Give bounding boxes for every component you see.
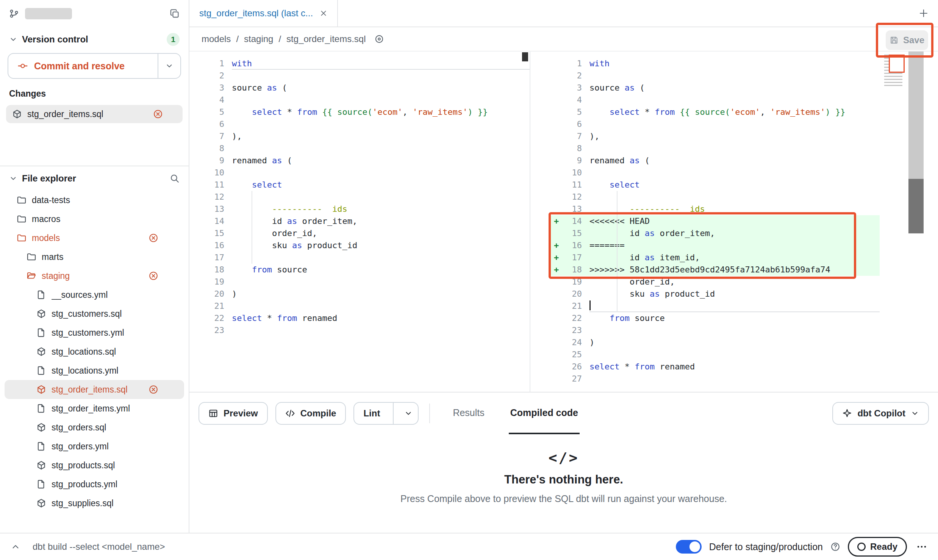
code-text: ) bbox=[589, 336, 880, 349]
main-row: Version control 1 Commit and resolve Cha… bbox=[0, 0, 938, 533]
file-item-data-tests[interactable]: data-tests bbox=[5, 191, 184, 210]
model-status-icon[interactable] bbox=[374, 34, 384, 44]
code-text bbox=[589, 167, 880, 179]
ready-status-button[interactable]: Ready bbox=[848, 537, 907, 557]
version-control-header[interactable]: Version control 1 bbox=[0, 27, 189, 52]
file-name: stg_order_items.yml bbox=[52, 404, 130, 414]
file-item-macros[interactable]: macros bbox=[5, 210, 184, 228]
tab-stg-order-items[interactable]: stg_order_items.sql (last c... bbox=[189, 0, 338, 27]
file-item-models[interactable]: models bbox=[5, 228, 184, 247]
breadcrumb-item-file[interactable]: stg_order_items.sql bbox=[286, 34, 366, 44]
line-number: 20 bbox=[189, 288, 232, 300]
file-item-marts[interactable]: marts bbox=[5, 247, 184, 266]
discard-changes-icon[interactable] bbox=[149, 271, 158, 281]
commit-and-resolve-main[interactable]: Commit and resolve bbox=[8, 54, 158, 78]
code-line-21: 21 bbox=[550, 300, 880, 312]
diff-added-marker bbox=[550, 118, 564, 130]
file-name: marts bbox=[42, 252, 64, 262]
expand-command-bar-icon[interactable] bbox=[11, 542, 20, 552]
discard-changes-icon[interactable] bbox=[149, 385, 158, 394]
lint-button[interactable]: Lint bbox=[353, 402, 419, 425]
file-name: models bbox=[32, 233, 60, 243]
empty-state-description: Press Compile above to preview the SQL d… bbox=[400, 493, 727, 504]
file-item-stg_locations.sql[interactable]: stg_locations.sql bbox=[5, 342, 184, 361]
diff-added-marker bbox=[550, 227, 564, 239]
code-text bbox=[232, 94, 530, 106]
defer-toggle[interactable] bbox=[676, 540, 702, 554]
line-number: 14 bbox=[189, 215, 232, 227]
code-text bbox=[589, 70, 880, 82]
code-line-18: 18 from source bbox=[189, 264, 530, 276]
file-item-staging[interactable]: staging bbox=[5, 266, 184, 285]
code-text: from source bbox=[589, 312, 880, 324]
file-item-stg_customers.sql[interactable]: stg_customers.sql bbox=[5, 304, 184, 323]
model-icon bbox=[36, 498, 46, 508]
tab-compiled-code[interactable]: Compiled code bbox=[509, 393, 580, 434]
line-number: 1 bbox=[189, 58, 232, 70]
changed-file-stg_order_items.sql[interactable]: stg_order_items.sql bbox=[6, 105, 183, 123]
diff-added-marker bbox=[550, 58, 564, 70]
code-line-9: 9renamed as ( bbox=[189, 155, 530, 167]
code-lines-modified: 1with23source as (45 select * from {{ so… bbox=[550, 58, 938, 385]
defer-label: Defer to staging/production bbox=[709, 541, 823, 552]
save-button[interactable]: Save bbox=[886, 30, 928, 50]
editor-pane-modified[interactable]: 1with23source as (45 select * from {{ so… bbox=[530, 52, 938, 392]
editor-scrollbar-thumb[interactable] bbox=[908, 179, 924, 233]
file-explorer-header[interactable]: File explorer bbox=[0, 166, 189, 191]
changes-title: Changes bbox=[9, 89, 180, 99]
editor-scrollbar-thumb[interactable] bbox=[522, 52, 528, 61]
minimap[interactable] bbox=[883, 53, 905, 99]
diff-added-marker bbox=[550, 130, 564, 142]
code-text bbox=[589, 349, 880, 361]
file-item-stg_customers.yml[interactable]: stg_customers.yml bbox=[5, 323, 184, 342]
search-icon[interactable] bbox=[170, 174, 180, 183]
table-icon bbox=[208, 408, 218, 418]
editor-pane-original[interactable]: 1with23source as (45 select * from {{ so… bbox=[189, 52, 530, 392]
folder-open-icon bbox=[27, 271, 36, 281]
code-text: id as item_id, bbox=[589, 252, 880, 264]
diff-added-marker bbox=[550, 324, 564, 336]
line-number: 10 bbox=[564, 167, 589, 179]
file-item-stg_products.yml[interactable]: stg_products.yml bbox=[5, 475, 184, 494]
code-text: ), bbox=[589, 130, 880, 142]
breadcrumb-item-staging[interactable]: staging bbox=[244, 34, 273, 44]
code-line-1: 1with bbox=[550, 58, 880, 70]
code-line-1: 1with bbox=[189, 58, 530, 70]
code-line-4: 4 bbox=[550, 94, 880, 106]
file-item-__sources.yml[interactable]: __sources.yml bbox=[5, 285, 184, 304]
file-item-stg_products.sql[interactable]: stg_products.sql bbox=[5, 456, 184, 475]
command-text[interactable]: dbt build --select <model_name> bbox=[33, 541, 165, 552]
more-options-icon[interactable] bbox=[916, 541, 927, 552]
dbt-copilot-button[interactable]: dbt Copilot bbox=[832, 402, 929, 425]
copy-icon[interactable] bbox=[170, 9, 180, 19]
commit-options-button[interactable] bbox=[158, 54, 180, 78]
file-item-stg_locations.yml[interactable]: stg_locations.yml bbox=[5, 361, 184, 380]
file-item-stg_orders.sql[interactable]: stg_orders.sql bbox=[5, 418, 184, 437]
copilot-icon bbox=[842, 408, 852, 418]
close-icon[interactable] bbox=[320, 9, 327, 17]
file-item-stg_orders.yml[interactable]: stg_orders.yml bbox=[5, 437, 184, 456]
file-tree: data-testsmacrosmodelsmartsstaging__sour… bbox=[0, 191, 189, 533]
preview-button[interactable]: Preview bbox=[199, 402, 268, 425]
code-text bbox=[232, 324, 530, 336]
model-icon bbox=[36, 422, 46, 432]
discard-changes-icon[interactable] bbox=[149, 233, 158, 243]
bottom-panel: Preview Compile Lint Results bbox=[189, 392, 938, 533]
new-tab-button[interactable] bbox=[909, 0, 938, 27]
line-number: 25 bbox=[564, 349, 589, 361]
code-line-10: 10 bbox=[189, 167, 530, 179]
breadcrumb-item-models[interactable]: models bbox=[202, 34, 231, 44]
commit-and-resolve-button[interactable]: Commit and resolve bbox=[8, 53, 181, 79]
code-line-17: 17 bbox=[189, 252, 530, 264]
compile-button[interactable]: Compile bbox=[275, 402, 346, 425]
help-icon[interactable] bbox=[830, 542, 840, 552]
line-number: 4 bbox=[189, 94, 232, 106]
code-line-13: 13 ---------- ids bbox=[550, 203, 880, 215]
code-text: ---------- ids bbox=[232, 203, 530, 215]
file-item-stg_order_items.sql[interactable]: stg_order_items.sql bbox=[5, 380, 184, 399]
discard-changes-icon[interactable] bbox=[153, 109, 163, 119]
file-item-stg_supplies.sql[interactable]: stg_supplies.sql bbox=[5, 494, 184, 513]
tab-results[interactable]: Results bbox=[451, 393, 486, 434]
chevron-down-icon[interactable] bbox=[399, 409, 418, 418]
file-item-stg_order_items.yml[interactable]: stg_order_items.yml bbox=[5, 399, 184, 418]
